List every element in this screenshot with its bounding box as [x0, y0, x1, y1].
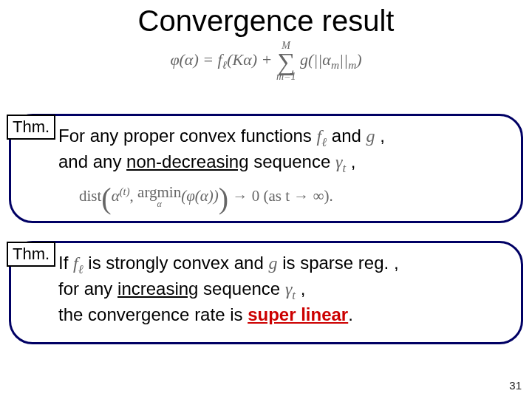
slide-title: Convergence result — [0, 0, 532, 38]
theorem-1-equation: dist(α(t), argminα(φ(α))) → 0 (as t → ∞)… — [79, 184, 508, 214]
theorem-1-box: Thm. For any proper convex functions fℓ … — [9, 114, 523, 223]
theorem-2-text: If fℓ is strongly convex and g is sparse… — [58, 252, 508, 326]
eq-lhs: φ(α) = fℓ(Kα) + — [170, 50, 276, 69]
slide-number: 31 — [509, 379, 522, 392]
sum-symbol: M∑m=1 — [276, 41, 296, 82]
eq-tail: g(||αm||m) — [296, 50, 361, 69]
theorem-1-text: For any proper convex functions fℓ and g… — [58, 125, 508, 177]
theorem-label: Thm. — [7, 242, 55, 267]
theorem-2-box: Thm. If fℓ is strongly convex and g is s… — [9, 241, 523, 344]
theorem-label: Thm. — [7, 115, 55, 140]
objective-equation: φ(α) = fℓ(Kα) + M∑m=1 g(||αm||m) — [0, 41, 532, 82]
super-linear-emphasis: super linear — [248, 304, 348, 324]
